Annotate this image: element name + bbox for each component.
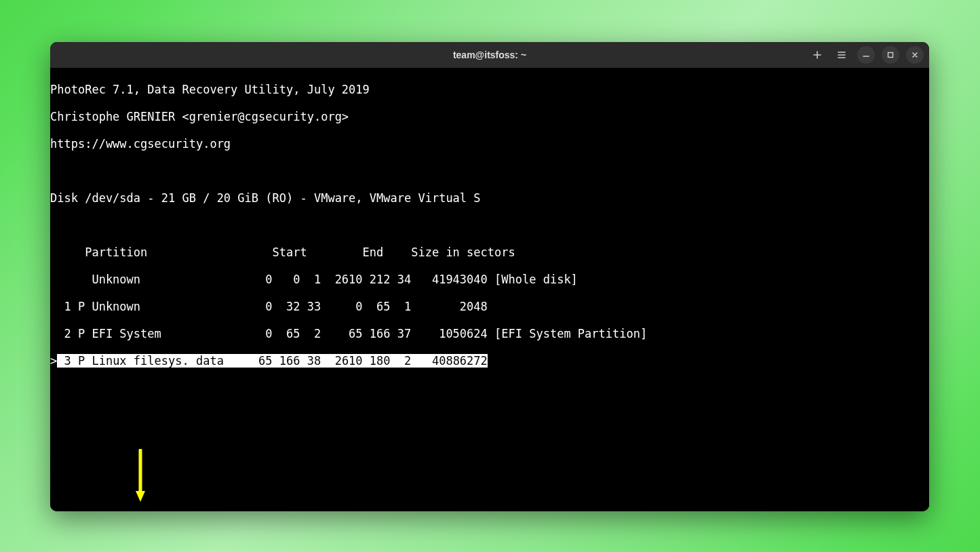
blank-line <box>50 408 929 422</box>
titlebar-controls <box>808 42 924 68</box>
disk-info-line: Disk /dev/sda - 21 GB / 20 GiB (RO) - VM… <box>50 191 929 205</box>
close-button[interactable] <box>906 46 924 64</box>
blank-line <box>50 164 929 178</box>
partition-row[interactable]: 1 P Unknown 0 32 33 0 65 1 2048 <box>50 300 929 313</box>
blank-line <box>50 490 929 503</box>
terminal-window: team@itsfoss: ~ PhotoRec 7.1, <box>50 42 929 511</box>
partition-row[interactable]: 2 P EFI System 0 65 2 65 166 37 1050624 … <box>50 327 929 340</box>
new-tab-button[interactable] <box>808 46 826 64</box>
maximize-button[interactable] <box>882 46 899 64</box>
partition-row-selected[interactable]: > 3 P Linux filesys. data 65 166 38 2610… <box>50 354 929 368</box>
blank-line <box>50 218 929 232</box>
selected-partition-text: 3 P Linux filesys. data 65 166 38 2610 1… <box>57 354 488 368</box>
partition-row[interactable]: Unknown 0 0 1 2610 212 34 41943040 [Whol… <box>50 273 929 286</box>
blank-line <box>50 462 929 476</box>
minimize-button[interactable] <box>857 46 875 64</box>
svg-rect-0 <box>888 53 893 58</box>
blank-line <box>50 435 929 449</box>
titlebar: team@itsfoss: ~ <box>50 42 929 68</box>
partition-table-header: Partition Start End Size in sectors <box>50 245 929 259</box>
window-title: team@itsfoss: ~ <box>453 50 526 60</box>
terminal-body[interactable]: PhotoRec 7.1, Data Recovery Utility, Jul… <box>50 68 929 511</box>
desktop: team@itsfoss: ~ PhotoRec 7.1, <box>0 0 980 552</box>
author-line: Christophe GRENIER <grenier@cgsecurity.o… <box>50 110 929 123</box>
selection-marker: > <box>50 354 57 368</box>
url-line: https://www.cgsecurity.org <box>50 137 929 151</box>
hamburger-menu-button[interactable] <box>833 46 850 64</box>
app-header-line: PhotoRec 7.1, Data Recovery Utility, Jul… <box>50 83 929 96</box>
blank-line <box>50 381 929 395</box>
